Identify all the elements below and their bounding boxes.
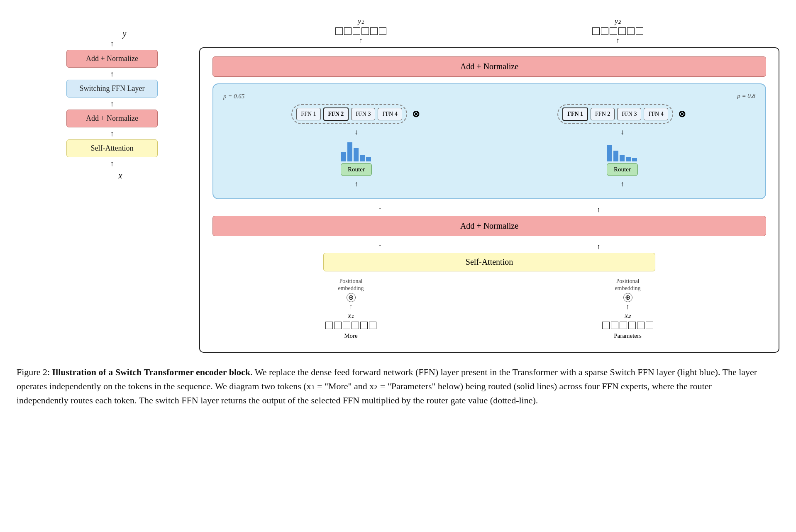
ffn2-1: FFN 2 xyxy=(323,107,349,121)
bar3-2 xyxy=(620,155,625,161)
bar-chart-1 xyxy=(341,141,371,161)
output-y1: y₁ ↑ xyxy=(335,17,386,45)
right-add-norm-top: Add + Normalize xyxy=(212,56,766,77)
bar1-1 xyxy=(341,152,346,161)
bar-chart-2 xyxy=(607,141,637,161)
plus-circle-2: ⊕ xyxy=(623,293,632,302)
bar3-1 xyxy=(354,148,359,161)
switching-ffn-area: p = 0.65 p = 0.8 FFN 1 FFN 2 xyxy=(212,83,766,199)
input-col-2: Positionalembedding ⊕ ↑ x₂ Parameters xyxy=(602,278,653,339)
arrow-conn-4: ↑ xyxy=(110,159,114,168)
outer-block: Add + Normalize p = 0.65 p = 0.8 xyxy=(199,47,779,353)
left-x-label: x xyxy=(75,171,166,181)
y2-grid xyxy=(592,27,643,35)
ffn4-1: FFN 4 xyxy=(378,108,402,120)
ffn-group-1: FFN 1 FFN 2 FFN 3 FFN 4 xyxy=(291,104,407,124)
more-label: More xyxy=(344,332,358,339)
y1-arrow: ↑ xyxy=(359,37,363,45)
bar5-2 xyxy=(632,158,637,161)
ffn1-1: FFN 1 xyxy=(296,108,320,120)
bar2-2 xyxy=(613,151,618,161)
bar2-1 xyxy=(347,142,352,161)
ffn-group-2: FFN 1 FFN 2 FFN 3 FFN 4 xyxy=(557,104,673,124)
arr-in-2: ↑ xyxy=(626,303,630,311)
token2-col: FFN 1 FFN 2 FFN 3 FFN 4 ⊗ ↓ xyxy=(557,104,687,188)
x2-label: x₂ xyxy=(625,311,631,320)
params-label: Parameters xyxy=(614,332,642,339)
arrow-ffn-router-1: ↓ xyxy=(354,128,358,137)
left-add-norm-top: Add + Normalize xyxy=(66,50,158,68)
ffn2-2: FFN 2 xyxy=(591,108,615,120)
bar4-1 xyxy=(360,155,365,161)
ffn1-2: FFN 1 xyxy=(562,107,588,121)
arr-sa-1: ↑ xyxy=(378,243,382,251)
router-col-1: Router xyxy=(341,141,372,176)
plus-circle-1: ⊕ xyxy=(347,293,356,302)
left-add-norm-bot: Add + Normalize xyxy=(66,110,158,127)
bar5-1 xyxy=(366,157,371,161)
y2-label: y₂ xyxy=(615,17,621,26)
otimes-2: ⊗ xyxy=(678,109,686,120)
arrow-conn-1: ↑ xyxy=(110,70,114,78)
arr-mid-1: ↑ xyxy=(378,206,382,214)
figure-num: Figure 2: xyxy=(17,367,50,377)
arrow-down-2: ↑ xyxy=(620,180,624,188)
arrow-up-y: ↑ xyxy=(110,39,114,48)
right-add-norm-bot: Add + Normalize xyxy=(212,216,766,236)
p1-label: p = 0.65 xyxy=(223,93,244,100)
arrow-conn-2: ↑ xyxy=(110,100,114,108)
otimes-1: ⊗ xyxy=(412,109,420,120)
ffn4-2: FFN 4 xyxy=(644,108,668,120)
figure-bold: Illustration of a Switch Transformer enc… xyxy=(52,367,250,377)
bottom-inputs: Positionalembedding ⊕ ↑ x₁ More Position… xyxy=(212,278,766,339)
pos-embed-1: Positionalembedding xyxy=(338,278,364,292)
left-self-attn: Self-Attention xyxy=(66,139,158,157)
left-diagram: y ↑ Add + Normalize ↑ Switching FFN Laye… xyxy=(17,12,174,181)
p2-label: p = 0.8 xyxy=(737,93,755,100)
left-switching-ffn: Switching FFN Layer xyxy=(66,80,158,98)
y1-label: y₁ xyxy=(358,17,364,26)
arr-sa-2: ↑ xyxy=(597,243,601,251)
left-y-label: y xyxy=(123,29,127,39)
input-col-1: Positionalembedding ⊕ ↑ x₁ More xyxy=(325,278,376,339)
ffn3-2: FFN 3 xyxy=(617,108,641,120)
token1-col: FFN 1 FFN 2 FFN 3 FFN 4 ⊗ ↓ xyxy=(291,104,421,188)
x1-grid xyxy=(325,322,376,329)
bar4-2 xyxy=(626,157,631,161)
router-1: Router xyxy=(341,163,372,176)
y1-grid xyxy=(335,27,386,35)
pos-embed-2: Positionalembedding xyxy=(615,278,640,292)
output-y2: y₂ ↑ xyxy=(592,17,643,45)
router-col-2: Router xyxy=(607,141,638,176)
y2-arrow: ↑ xyxy=(616,37,620,45)
right-diagram: y₁ ↑ y₂ ↑ xyxy=(174,12,779,353)
x1-label: x₁ xyxy=(348,311,354,320)
x2-grid xyxy=(602,322,653,329)
bar1-2 xyxy=(607,145,612,161)
arrow-ffn-router-2: ↓ xyxy=(620,128,624,137)
arr-mid-2: ↑ xyxy=(597,206,601,214)
figure-caption: Figure 2: Illustration of a Switch Trans… xyxy=(17,365,764,408)
arrow-conn-3: ↑ xyxy=(110,129,114,138)
ffn3-1: FFN 3 xyxy=(351,108,375,120)
arrow-down-1: ↑ xyxy=(354,180,358,188)
right-self-attn: Self-Attention xyxy=(323,253,655,271)
router-2: Router xyxy=(607,163,638,176)
arr-in-1: ↑ xyxy=(349,303,353,311)
